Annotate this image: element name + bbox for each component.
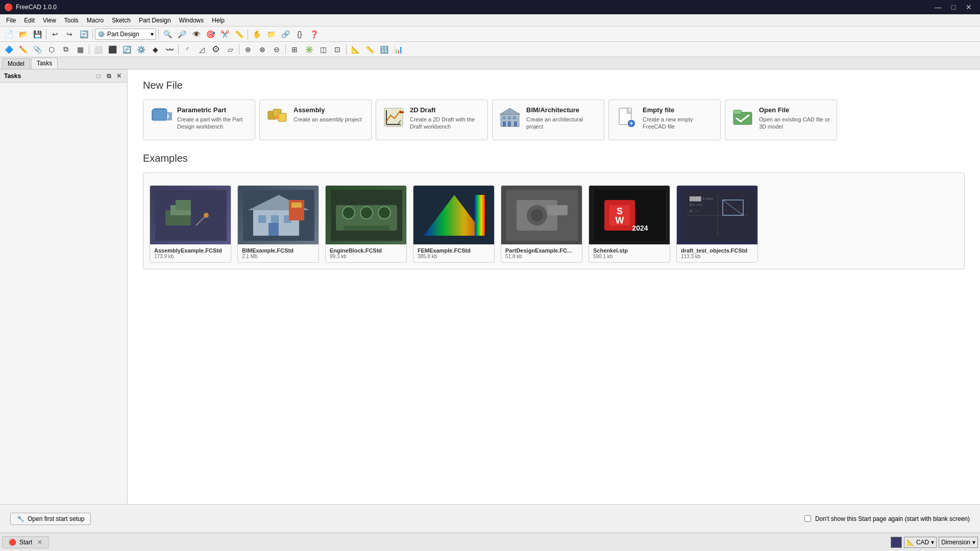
- minimize-button[interactable]: —: [931, 0, 945, 14]
- bool3-btn[interactable]: ⊖: [270, 43, 283, 56]
- draft-btn[interactable]: ⭙: [209, 43, 223, 56]
- fem-example-size: 385.8 kb: [418, 254, 490, 259]
- zoom-in-tb-btn[interactable]: 🔍: [161, 28, 174, 40]
- bim-example-card[interactable]: BIMExample.FCStd 2.1 Mb: [237, 185, 319, 263]
- bool2-btn[interactable]: ⊗: [256, 43, 269, 56]
- draft-card[interactable]: 2D Draft Create a 2D Draft with the Draf…: [376, 99, 488, 140]
- parametric-part-card[interactable]: Parametric Part Create a part with the P…: [143, 99, 255, 140]
- new-file-title: New File: [143, 80, 965, 91]
- expression-tb-btn[interactable]: {}: [293, 28, 306, 40]
- dont-show-checkbox[interactable]: [804, 515, 811, 522]
- measure-tb-btn[interactable]: 📏: [232, 28, 246, 40]
- bim-card[interactable]: BIM/Architecture Create an architectural…: [492, 99, 604, 140]
- refresh-tb-btn[interactable]: 🔄: [77, 28, 90, 40]
- assembly-example-size: 173.9 kb: [154, 254, 227, 259]
- folder-tb-btn[interactable]: 📁: [264, 28, 278, 40]
- bim-example-thumb: [238, 186, 319, 244]
- menu-help[interactable]: Help: [208, 16, 229, 25]
- measure3-btn[interactable]: 📏: [363, 43, 376, 56]
- partdesign-example-card[interactable]: PartDesignExample.FC... 51.8 kb: [501, 185, 582, 263]
- fillet-btn[interactable]: ◜: [181, 43, 194, 56]
- schenkel-example-card[interactable]: S W 2024 Schenkel.stp 590.1 kb: [589, 185, 670, 263]
- workbench-dropdown[interactable]: ⚙️ Part Design ▾: [95, 29, 156, 40]
- zoom-out-tb-btn[interactable]: 🔎: [175, 28, 188, 40]
- measure5-btn[interactable]: 📊: [391, 43, 405, 56]
- sketch-tb-btn[interactable]: ✏️: [16, 43, 30, 56]
- sweep-btn[interactable]: 〰️: [163, 43, 176, 56]
- view-tb-btn[interactable]: 👁️: [189, 28, 203, 40]
- svg-text:W: W: [616, 215, 624, 226]
- close-button[interactable]: ✕: [962, 0, 976, 14]
- menu-view[interactable]: View: [39, 16, 60, 25]
- thickness-btn[interactable]: ▱: [224, 43, 237, 56]
- menu-file[interactable]: File: [2, 16, 20, 25]
- clone-tb-btn[interactable]: ⧉: [59, 43, 72, 56]
- new-file-tb-btn[interactable]: 📄: [2, 28, 15, 40]
- menu-macro[interactable]: Macro: [83, 16, 108, 25]
- perspective-tb-btn[interactable]: 🎯: [204, 28, 217, 40]
- loft-btn[interactable]: ◆: [149, 43, 162, 56]
- mirrored-btn[interactable]: ◫: [316, 43, 330, 56]
- revolve-btn[interactable]: 🔄: [120, 43, 133, 56]
- undo-tb-btn[interactable]: ↩: [48, 28, 62, 40]
- assembly-text: Assembly Create an assembly project: [293, 106, 362, 123]
- sidebar-close-btn[interactable]: ✕: [115, 72, 123, 80]
- start-tab-close[interactable]: ✕: [37, 539, 42, 546]
- body-tb-btn[interactable]: 🔷: [2, 43, 15, 56]
- measure2-btn[interactable]: 📐: [349, 43, 362, 56]
- help-tb-btn[interactable]: ❓: [307, 28, 321, 40]
- model-tab[interactable]: Model: [2, 58, 30, 69]
- fem-example-name: FEMExample.FCStd: [418, 247, 490, 254]
- pocket-btn[interactable]: ⬛: [106, 43, 119, 56]
- dimension-select[interactable]: Dimension ▾: [939, 537, 978, 548]
- empty-file-icon: +: [615, 106, 638, 129]
- start-tab[interactable]: 🔴 Start ✕: [2, 536, 49, 548]
- link-tb-btn[interactable]: 🔗: [279, 28, 292, 40]
- menu-tools[interactable]: Tools: [60, 16, 83, 25]
- chamfer-btn[interactable]: ◿: [195, 43, 208, 56]
- cad-select[interactable]: 📐 CAD ▾: [904, 537, 937, 548]
- fem-example-card[interactable]: FEMExample.FCStd 385.8 kb: [413, 185, 495, 263]
- maximize-button[interactable]: □: [946, 0, 961, 14]
- draft-test-example-card[interactable]: ████ = === E‹= === B~ ~~~ draft_test_obj…: [676, 185, 758, 263]
- assembly-example-card[interactable]: AssemblyExample.FCStd 173.9 kb: [150, 185, 231, 263]
- datum-tb-btn[interactable]: ⬡: [45, 43, 58, 56]
- schenkel-example-name: Schenkel.stp: [593, 247, 666, 254]
- open-file-tb-btn[interactable]: 📂: [16, 28, 30, 40]
- engine-example-card[interactable]: EngineBlock.FCStd 99.3 kb: [325, 185, 407, 263]
- open-setup-button[interactable]: 🔧 Open first start setup: [10, 513, 91, 525]
- menu-part-design[interactable]: Part Design: [135, 16, 175, 25]
- menu-windows[interactable]: Windows: [175, 16, 208, 25]
- svg-rect-15: [508, 116, 511, 119]
- multitransform-btn[interactable]: ⊡: [331, 43, 344, 56]
- empty-file-text: Empty file Create a new empty FreeCAD fi…: [643, 106, 714, 131]
- sidebar-undock-btn[interactable]: □: [94, 72, 103, 80]
- array-tb-btn[interactable]: ▦: [74, 43, 87, 56]
- menu-edit[interactable]: Edit: [20, 16, 39, 25]
- clipping-tb-btn[interactable]: ✂️: [218, 28, 231, 40]
- menu-sketch[interactable]: Sketch: [108, 16, 135, 25]
- attach-tb-btn[interactable]: 📎: [31, 43, 44, 56]
- boolean-btn[interactable]: ⊕: [241, 43, 255, 56]
- svg-text:+: +: [629, 120, 633, 127]
- pad-btn[interactable]: ⬜: [91, 43, 105, 56]
- assembly-card[interactable]: Assembly Create an assembly project: [259, 99, 372, 140]
- move-tb-btn[interactable]: ✋: [250, 28, 263, 40]
- toolbar-sep-5: [89, 44, 89, 55]
- color-swatch[interactable]: [891, 537, 902, 548]
- svg-rect-30: [176, 200, 191, 210]
- measure4-btn[interactable]: 🔢: [377, 43, 390, 56]
- toolbar-row-2: 🔷 ✏️ 📎 ⬡ ⧉ ▦ ⬜ ⬛ 🔄 ⚙️ ◆ 〰️ ◜ ◿ ⭙ ▱ ⊕ ⊗ ⊖…: [0, 42, 980, 57]
- linear-pattern-btn[interactable]: ⊞: [288, 43, 301, 56]
- groove-btn[interactable]: ⚙️: [134, 43, 148, 56]
- redo-tb-btn[interactable]: ↪: [63, 28, 76, 40]
- sidebar-float-btn[interactable]: ⧉: [105, 72, 113, 80]
- draft-icon: [382, 106, 405, 129]
- open-file-card[interactable]: Open File Open an existing CAD file or 3…: [725, 99, 837, 140]
- partdesign-example-thumb: [501, 186, 582, 244]
- svg-rect-17: [503, 121, 506, 127]
- polar-pattern-btn[interactable]: ✳️: [302, 43, 315, 56]
- save-tb-btn[interactable]: 💾: [31, 28, 44, 40]
- empty-file-card[interactable]: + Empty file Create a new empty FreeCAD …: [608, 99, 721, 140]
- tasks-tab[interactable]: Tasks: [31, 58, 58, 69]
